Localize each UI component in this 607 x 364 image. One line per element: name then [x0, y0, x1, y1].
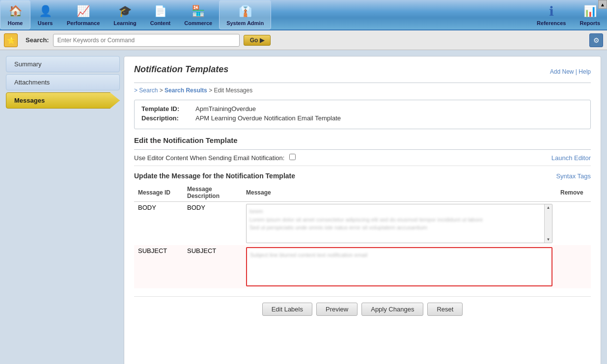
- nav-label-reports: Reports: [579, 20, 600, 26]
- subject-message-container: Subject line blurred content text notifi…: [246, 247, 552, 286]
- breadcrumb: > Search > Search Results > Edit Message…: [134, 87, 591, 94]
- top-nav: ▲ 🏠 Home 👤 Users 📈 Performance 🎓 Learnin…: [0, 0, 607, 30]
- template-id-row: Template ID: ApmTrainingOverdue: [141, 105, 583, 112]
- breadcrumb-sep1: >: [160, 87, 165, 94]
- editor-row: Use Editor Content When Sending Email No…: [134, 154, 591, 166]
- help-link[interactable]: Help: [579, 68, 591, 75]
- title-links: Add New | Help: [550, 68, 591, 75]
- home-icon: 🏠: [7, 3, 23, 19]
- main-area: Summary Attachments Messages Notificatio…: [0, 50, 607, 364]
- body-message-id: BODY: [134, 202, 183, 246]
- body-message-cell: lorem Lorem ipsum dolor sit amet consect…: [242, 202, 556, 246]
- col-header-remove: Remove: [556, 184, 591, 202]
- editor-checkbox-group: Use Editor Content When Sending Email No…: [134, 154, 296, 162]
- body-remove-cell: [556, 202, 591, 246]
- learning-icon: 🎓: [117, 3, 133, 19]
- search-input[interactable]: [53, 34, 240, 47]
- table-row-body: BODY BODY lorem Lorem ipsum dolor sit am…: [134, 202, 591, 246]
- reset-button[interactable]: Reset: [427, 303, 463, 316]
- description-row: Description: APM Learning Overdue Notifi…: [141, 114, 583, 122]
- search-label: Search:: [26, 36, 49, 44]
- favorites-button[interactable]: ⭐: [4, 33, 18, 47]
- sidebar-item-messages[interactable]: Messages: [6, 92, 120, 109]
- template-id-value: ApmTrainingOverdue: [195, 105, 256, 112]
- sidebar-item-summary[interactable]: Summary: [6, 56, 120, 72]
- scroll-down-icon[interactable]: ▼: [546, 236, 552, 243]
- breadcrumb-search-results[interactable]: Search Results: [165, 87, 207, 94]
- body-scrollbar[interactable]: ▲ ▼: [544, 204, 552, 243]
- scroll-up-icon[interactable]: ▲: [546, 204, 552, 211]
- syntax-tags-link[interactable]: Syntax Tags: [556, 172, 591, 180]
- nav-item-references[interactable]: ℹ References: [530, 0, 573, 29]
- content-icon: 📄: [152, 3, 168, 19]
- breadcrumb-edit-messages: > Edit Messages: [209, 87, 252, 94]
- system-admin-icon: 👔: [237, 3, 253, 19]
- sidebar-item-messages-label: Messages: [14, 97, 45, 104]
- nav-item-system-admin[interactable]: 👔 System Admin: [219, 0, 271, 29]
- nav-item-commerce[interactable]: 🏪 Commerce: [177, 0, 219, 29]
- sidebar: Summary Attachments Messages: [6, 56, 124, 364]
- subject-remove-cell: [556, 245, 591, 288]
- edit-labels-button[interactable]: Edit Labels: [262, 303, 312, 316]
- gear-icon: ⚙: [593, 36, 600, 44]
- nav-item-performance[interactable]: 📈 Performance: [60, 0, 107, 29]
- reports-icon: 📊: [582, 3, 598, 19]
- apply-changes-button[interactable]: Apply Changes: [361, 303, 423, 316]
- search-bar: ⭐ Search: Go ▶ ⚙: [0, 30, 607, 50]
- sidebar-item-attachments-label: Attachments: [14, 79, 50, 86]
- table-row-subject: SUBJECT SUBJECT Subject line blurred con…: [134, 245, 591, 288]
- nav-label-system-admin: System Admin: [226, 20, 264, 26]
- description-label: Description:: [141, 114, 195, 122]
- table-header-row: Message ID MessageDescription Message Re…: [134, 184, 591, 202]
- body-content-blurred: lorem Lorem ipsum dolor sit amet consect…: [248, 206, 542, 233]
- users-icon: 👤: [37, 3, 53, 19]
- nav-label-content: Content: [150, 20, 171, 26]
- settings-button[interactable]: ⚙: [589, 33, 603, 47]
- nav-label-users: Users: [38, 20, 53, 26]
- nav-label-learning: Learning: [113, 20, 136, 26]
- edit-divider: [134, 149, 591, 150]
- nav-label-references: References: [537, 20, 566, 26]
- sidebar-item-attachments[interactable]: Attachments: [6, 74, 120, 90]
- nav-item-home[interactable]: 🏠 Home: [0, 0, 30, 29]
- commerce-icon: 🏪: [191, 3, 206, 19]
- update-message-title: Update the Message for the Notification …: [134, 172, 295, 180]
- col-header-message-description: MessageDescription: [183, 184, 242, 202]
- page-title-row: Notification Templates Add New | Help: [134, 64, 591, 79]
- body-message-container: lorem Lorem ipsum dolor sit amet consect…: [246, 204, 552, 243]
- subject-message-cell: Subject line blurred content text notifi…: [242, 245, 556, 288]
- footer-buttons: Edit Labels Preview Apply Changes Reset: [134, 296, 591, 316]
- col-header-message: Message: [242, 184, 556, 202]
- breadcrumb-search[interactable]: > Search: [134, 87, 158, 94]
- go-button-label: Go ▶: [250, 37, 264, 44]
- nav-item-users[interactable]: 👤 Users: [30, 0, 60, 29]
- nav-label-home: Home: [8, 20, 23, 26]
- message-section-header: Update the Message for the Notification …: [134, 172, 591, 180]
- add-new-link[interactable]: Add New: [550, 68, 574, 75]
- launch-editor-link[interactable]: Launch Editor: [552, 154, 591, 162]
- collapse-button[interactable]: ▲: [598, 0, 607, 9]
- nav-item-learning[interactable]: 🎓 Learning: [107, 0, 143, 29]
- subject-content-blurred: Subject line blurred content text notifi…: [249, 250, 550, 260]
- template-id-label: Template ID:: [141, 105, 195, 112]
- template-info-box: Template ID: ApmTrainingOverdue Descript…: [134, 100, 591, 129]
- sidebar-item-summary-label: Summary: [14, 60, 42, 68]
- col-header-message-id: Message ID: [134, 184, 183, 202]
- nav-label-performance: Performance: [67, 20, 100, 26]
- preview-button[interactable]: Preview: [316, 303, 358, 316]
- performance-icon: 📈: [76, 3, 91, 19]
- editor-checkbox[interactable]: [289, 154, 296, 160]
- subject-message-id: SUBJECT: [134, 245, 183, 288]
- subject-message-description: SUBJECT: [183, 245, 242, 288]
- messages-table: Message ID MessageDescription Message Re…: [134, 184, 591, 288]
- body-message-description: BODY: [183, 202, 242, 246]
- description-value: APM Learning Overdue Notification Email …: [195, 114, 341, 122]
- nav-right: ℹ References 📊 Reports: [530, 0, 607, 29]
- nav-item-content[interactable]: 📄 Content: [143, 0, 178, 29]
- title-divider: [134, 83, 591, 83]
- editor-checkbox-label: Use Editor Content When Sending Email No…: [134, 154, 284, 162]
- nav-label-commerce: Commerce: [184, 20, 212, 26]
- go-button[interactable]: Go ▶: [244, 35, 271, 46]
- page-title: Notification Templates: [134, 64, 228, 75]
- content-area: Notification Templates Add New | Help > …: [124, 56, 601, 364]
